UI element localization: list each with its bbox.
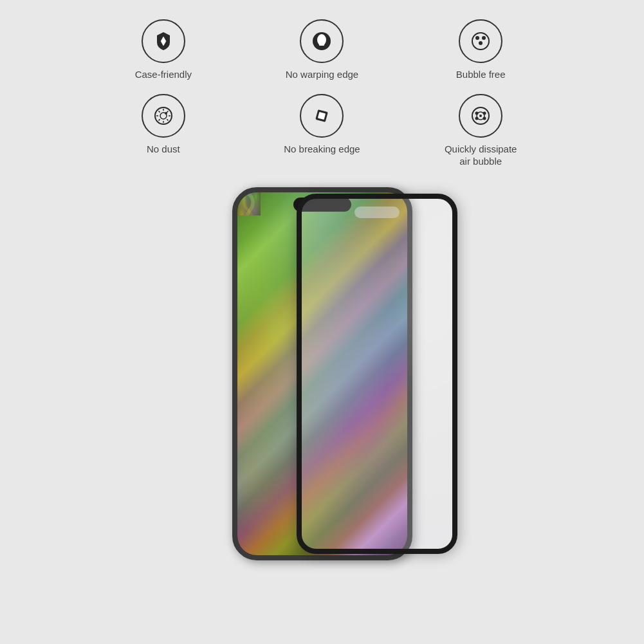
svg-rect-28 bbox=[237, 192, 261, 216]
feature-no-warping: No warping edge bbox=[243, 19, 401, 81]
shield-diamond-icon bbox=[152, 30, 175, 53]
svg-point-6 bbox=[482, 36, 486, 40]
svg-line-16 bbox=[167, 111, 168, 112]
case-friendly-icon-circle bbox=[142, 19, 185, 63]
product-image-section bbox=[0, 187, 644, 560]
case-friendly-label: Case-friendly bbox=[135, 68, 192, 81]
svg-point-27 bbox=[479, 115, 482, 117]
feature-bubble-free: Bubble free bbox=[401, 19, 560, 81]
glass-inner bbox=[302, 199, 452, 549]
svg-line-14 bbox=[158, 111, 160, 112]
diamond-tilt-icon bbox=[310, 104, 333, 127]
features-grid: Case-friendly No warping edge bbox=[33, 0, 612, 181]
quickly-dissipate-label-2: air bubble bbox=[459, 155, 502, 168]
svg-point-5 bbox=[475, 36, 479, 40]
svg-rect-30 bbox=[237, 192, 261, 216]
svg-rect-33 bbox=[237, 192, 261, 216]
svg-point-7 bbox=[479, 41, 483, 45]
no-warping-label: No warping edge bbox=[286, 68, 358, 81]
crosshair-dots-icon bbox=[469, 104, 492, 127]
wallpaper-svg bbox=[237, 192, 261, 216]
no-dust-icon-circle bbox=[142, 94, 185, 138]
quickly-dissipate-icon-circle bbox=[459, 94, 502, 138]
svg-line-17 bbox=[158, 119, 160, 120]
svg-point-18 bbox=[165, 112, 167, 115]
svg-point-26 bbox=[483, 116, 486, 120]
no-dust-label: No dust bbox=[147, 143, 180, 156]
glass-notch bbox=[354, 207, 400, 218]
svg-rect-31 bbox=[237, 192, 261, 216]
no-warping-icon-circle bbox=[300, 19, 344, 63]
shield-filled-icon bbox=[310, 30, 333, 53]
svg-point-25 bbox=[475, 116, 479, 120]
svg-point-23 bbox=[475, 111, 479, 115]
svg-rect-29 bbox=[237, 192, 261, 216]
dots-circle-icon bbox=[469, 30, 492, 53]
features-section: Case-friendly No warping edge bbox=[0, 0, 644, 181]
no-breaking-icon-circle bbox=[300, 94, 344, 138]
feature-no-breaking: No breaking edge bbox=[243, 94, 401, 168]
feature-no-dust: No dust bbox=[84, 94, 243, 168]
svg-line-15 bbox=[167, 119, 168, 120]
screen-protector bbox=[297, 194, 457, 554]
svg-rect-3 bbox=[319, 44, 324, 46]
svg-rect-32 bbox=[237, 192, 261, 216]
svg-point-24 bbox=[483, 111, 486, 115]
quickly-dissipate-label-1: Quickly dissipate bbox=[445, 143, 517, 156]
sun-circle-icon bbox=[152, 104, 175, 127]
bubble-free-icon-circle bbox=[459, 19, 502, 63]
feature-case-friendly: Case-friendly bbox=[84, 19, 243, 81]
bubble-free-label: Bubble free bbox=[456, 68, 506, 81]
feature-quickly-dissipate: Quickly dissipate air bubble bbox=[401, 94, 560, 168]
no-breaking-label: No breaking edge bbox=[284, 143, 360, 156]
